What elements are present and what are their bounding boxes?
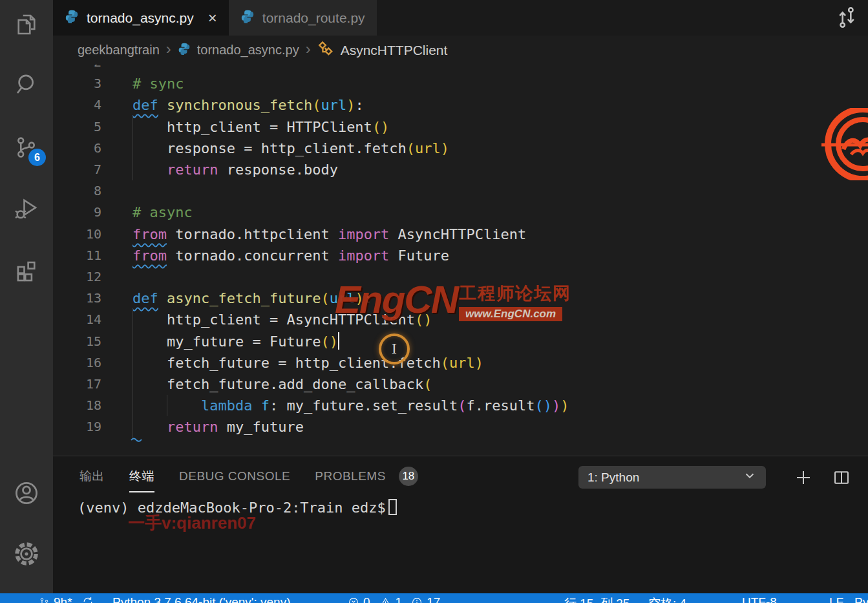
breadcrumb-separator-icon: › — [166, 40, 171, 58]
line-number[interactable]: 3 — [53, 73, 101, 94]
tab-bar: tornado_async.py × tornado_route.py — [53, 0, 868, 36]
encoding-indicator[interactable]: UTF-8 — [742, 595, 777, 603]
line-number[interactable]: 16 — [53, 352, 101, 374]
text-cursor — [338, 332, 339, 350]
code-line[interactable]: 16 fetch_future = http_client.fetch(url) — [53, 352, 868, 374]
code-text: http_client = AsyncHTTPClient() — [132, 309, 432, 330]
problems-summary[interactable]: 0 1 17 — [348, 595, 440, 603]
editor-swap-icon[interactable] — [834, 5, 859, 32]
terminal-select-value: 1: Python — [587, 471, 639, 485]
code-line[interactable]: 14 http_client = AsyncHTTPClient() — [53, 309, 868, 331]
warning-icon — [379, 597, 392, 603]
code-line[interactable]: 12 — [53, 266, 868, 288]
tab-label: tornado_async.py — [87, 10, 194, 26]
search-icon[interactable] — [12, 69, 41, 99]
problems-count-badge: 18 — [399, 467, 418, 486]
line-number[interactable]: 9 — [53, 202, 101, 223]
split-terminal-icon[interactable] — [832, 468, 851, 490]
run-debug-icon[interactable] — [12, 194, 41, 224]
code-line[interactable]: 7 return response.body — [53, 159, 868, 181]
code-line[interactable]: 18 lambda f: my_future.set_result(f.resu… — [53, 395, 868, 417]
code-text: fetch_future.add_done_callback( — [132, 374, 432, 395]
indent-indicator[interactable]: 空格: 4 — [648, 595, 686, 603]
code-line[interactable]: 3# sync — [53, 73, 868, 95]
line-number[interactable]: 12 — [53, 266, 101, 288]
terminal-select[interactable]: 1: Python — [578, 466, 766, 489]
line-number[interactable]: 17 — [53, 374, 101, 395]
line-number[interactable]: 2 — [53, 65, 101, 73]
line-col-indicator[interactable]: 行 15, 列 25 — [564, 595, 630, 603]
indent-guide — [132, 116, 133, 180]
line-number[interactable]: 11 — [53, 245, 101, 266]
code-editor[interactable]: 23# sync4def synchronous_fetch(url):5 ht… — [53, 65, 868, 456]
breadcrumb-separator-icon: › — [306, 40, 311, 58]
language-indicator[interactable]: Python — [854, 595, 868, 603]
line-number[interactable]: 19 — [53, 416, 101, 438]
indent-guide — [167, 395, 167, 416]
line-number[interactable]: 5 — [53, 116, 101, 138]
python-interpreter-item[interactable]: Python 3.7.6 64-bit ('venv': venv) — [112, 595, 291, 603]
line-number[interactable]: 15 — [53, 331, 101, 352]
mouse-click-ring: I — [379, 333, 410, 365]
code-line[interactable]: 11from tornado.concurrent import Future — [53, 245, 868, 267]
code-line[interactable]: 4def synchronous_fetch(url): — [53, 94, 868, 116]
code-line[interactable]: 8 — [53, 180, 868, 202]
panel-tab-debug-console[interactable]: DEBUG CONSOLE — [179, 469, 290, 483]
line-number[interactable]: 13 — [53, 288, 101, 309]
python-file-icon — [178, 42, 191, 58]
tab-tornado-async[interactable]: tornado_async.py × — [53, 0, 229, 36]
python-file-icon — [240, 9, 255, 26]
error-icon — [348, 597, 359, 603]
branch-name: 9h* — [54, 595, 72, 603]
close-tab-icon[interactable]: × — [208, 10, 217, 26]
line-number[interactable]: 14 — [53, 309, 101, 330]
breadcrumb: geekbangtrain › tornado_async.py › Async… — [53, 36, 868, 65]
panel-tab-terminal[interactable]: 终端 — [129, 468, 154, 485]
extensions-icon[interactable] — [12, 257, 41, 286]
breadcrumb-symbol[interactable]: AsyncHTTPClient — [341, 43, 448, 58]
breadcrumb-folder[interactable]: geekbangtrain — [78, 43, 160, 58]
warning-count: 1 — [396, 595, 403, 603]
line-number[interactable]: 18 — [53, 395, 101, 416]
code-line[interactable]: 2 — [53, 65, 868, 74]
line-number[interactable]: 7 — [53, 159, 101, 180]
code-line[interactable]: 9# async — [53, 202, 868, 224]
code-line[interactable]: 10from tornado.httpclient import AsyncHT… — [53, 224, 868, 246]
line-number[interactable]: 4 — [53, 94, 101, 116]
error-count: 0 — [363, 595, 370, 603]
panel-tab-output[interactable]: 输出 — [79, 468, 105, 485]
interpreter-label: Python 3.7.6 64-bit ('venv': venv) — [112, 595, 291, 603]
git-branch-item[interactable]: 9h* — [39, 595, 72, 603]
eol-indicator[interactable]: LF — [829, 595, 843, 603]
code-text: def synchronous_fetch(url): — [132, 94, 364, 116]
line-number[interactable]: 8 — [53, 180, 101, 202]
code-line[interactable]: 13def async_fetch_future(url): — [53, 288, 868, 310]
line-number[interactable]: 6 — [53, 138, 101, 159]
code-text: lambda f: my_future.set_result(f.result(… — [132, 395, 569, 416]
chevron-down-icon — [743, 469, 757, 486]
explorer-icon[interactable] — [12, 10, 41, 39]
settings-gear-icon[interactable] — [12, 539, 41, 569]
tab-label: tornado_route.py — [262, 10, 365, 26]
source-control-badge: 6 — [28, 149, 46, 166]
panel-tab-problems[interactable]: PROBLEMS — [315, 469, 386, 483]
code-line[interactable]: 6 response = http_client.fetch(url) — [53, 138, 868, 160]
account-icon[interactable] — [12, 478, 41, 508]
code-text: fetch_future = http_client.fetch(url) — [132, 352, 483, 374]
tab-tornado-route[interactable]: tornado_route.py — [229, 0, 377, 36]
python-file-icon — [65, 9, 79, 26]
code-line[interactable]: 5 http_client = HTTPClient() — [53, 116, 868, 138]
code-line[interactable]: 19 return my_future — [53, 416, 868, 438]
ibeam-cursor-icon: I — [392, 341, 397, 357]
bottom-panel: 输出 终端 DEBUG CONSOLE PROBLEMS 18 1: Pytho… — [53, 456, 868, 593]
info-icon — [411, 597, 423, 603]
new-terminal-icon[interactable] — [794, 468, 813, 490]
line-number[interactable]: 10 — [53, 224, 101, 245]
code-text: # async — [132, 202, 193, 223]
code-line[interactable]: 15 my_future = Future() — [53, 331, 868, 353]
code-text: return my_future — [132, 416, 304, 438]
code-line[interactable]: 17 fetch_future.add_done_callback( — [53, 374, 868, 396]
sync-icon[interactable] — [81, 595, 94, 603]
code-text: response = http_client.fetch(url) — [132, 138, 449, 159]
breadcrumb-file[interactable]: tornado_async.py — [197, 43, 299, 58]
